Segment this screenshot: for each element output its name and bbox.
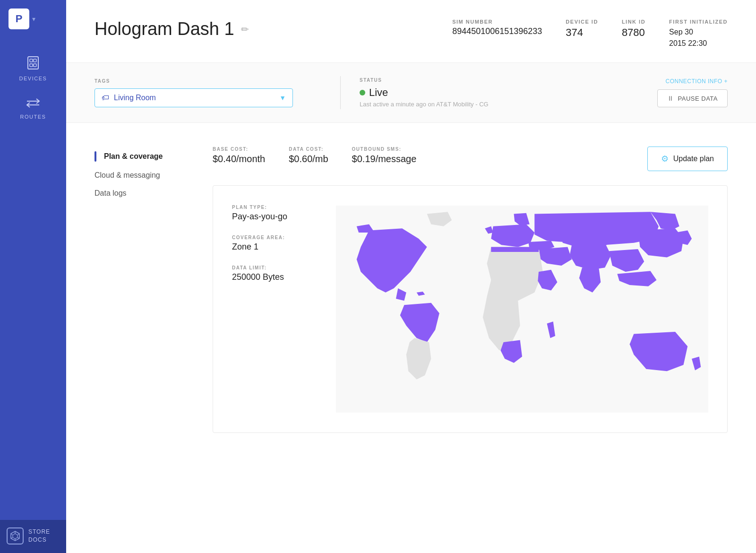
coverage-area-value: Zone 1 <box>232 242 336 252</box>
edit-device-name-icon[interactable]: ✏ <box>241 24 249 35</box>
plan-cost-header: BASE COST: $0.40/month DATA COST: $0.60/… <box>213 147 728 171</box>
pause-btn-label: PAUSE DATA <box>678 95 718 102</box>
base-cost-value: $0.40/month <box>213 154 265 164</box>
nav-plan-coverage-label: Plan & coverage <box>104 152 163 161</box>
plan-type-item: PLAN TYPE: Pay-as-you-go <box>232 205 336 222</box>
device-title: Hologram Dash 1 ✏ <box>94 19 249 39</box>
nav-cloud-messaging[interactable]: Cloud & messaging <box>94 166 189 184</box>
status-label: STATUS <box>360 78 511 83</box>
nav-data-logs-label: Data logs <box>94 189 127 198</box>
svg-rect-0 <box>28 57 38 69</box>
device-id-meta: DEVICE ID 374 <box>566 19 598 39</box>
sim-number-label: SIM NUMBER <box>452 19 542 25</box>
svg-rect-3 <box>30 64 33 67</box>
first-init-label: FIRST INITIALIZED <box>669 19 728 25</box>
tags-block: TAGS 🏷 Living Room ▼ <box>94 78 321 107</box>
link-id-value: 8780 <box>622 26 645 39</box>
sidebar-header: P ▾ <box>0 0 66 38</box>
tag-text: Living Room <box>114 94 156 102</box>
coverage-area-label: COVERAGE AREA: <box>232 235 336 240</box>
base-cost-label: BASE COST: <box>213 147 265 152</box>
data-limit-item: DATA LIMIT: 250000 Bytes <box>232 265 336 282</box>
sms-cost-value: $0.19/message <box>352 154 417 164</box>
update-plan-gear-icon: ⚙ <box>661 154 669 164</box>
svg-rect-4 <box>34 64 36 67</box>
coverage-area-item: COVERAGE AREA: Zone 1 <box>232 235 336 252</box>
vertical-divider <box>340 76 341 109</box>
routes-icon <box>26 96 40 112</box>
plan-type-label: PLAN TYPE: <box>232 205 336 210</box>
data-limit-label: DATA LIMIT: <box>232 265 336 270</box>
status-live-text: Live <box>369 86 388 99</box>
device-header: Hologram Dash 1 ✏ SIM NUMBER 89445010061… <box>66 0 756 63</box>
plan-type-value: Pay-as-you-go <box>232 212 336 222</box>
content-body: Plan & coverage Cloud & messaging Data l… <box>66 123 756 457</box>
svg-rect-2 <box>34 59 36 62</box>
logo-dropdown-icon[interactable]: ▾ <box>32 15 35 23</box>
svg-rect-1 <box>30 59 33 62</box>
sidebar-item-devices-label: DEVICES <box>19 76 47 81</box>
sms-cost-item: OUTBOUND SMS: $0.19/message <box>352 147 417 164</box>
device-name-text: Hologram Dash 1 <box>94 19 234 39</box>
data-limit-value: 250000 Bytes <box>232 272 336 282</box>
update-plan-label: Update plan <box>673 155 714 163</box>
tag-dropdown-icon: ▼ <box>279 94 286 102</box>
main-panel: BASE COST: $0.40/month DATA COST: $0.60/… <box>213 147 728 433</box>
nav-plan-coverage[interactable]: Plan & coverage <box>94 147 189 166</box>
tags-select[interactable]: 🏷 Living Room ▼ <box>94 88 293 107</box>
sidebar-item-routes-label: ROUTES <box>20 114 46 120</box>
device-title-area: Hologram Dash 1 ✏ <box>94 19 249 39</box>
nav-cloud-messaging-label: Cloud & messaging <box>94 171 160 180</box>
status-live-indicator: Live <box>360 86 511 99</box>
nav-data-logs[interactable]: Data logs <box>94 184 189 202</box>
sim-number-meta: SIM NUMBER 8944501006151396233 <box>452 19 542 36</box>
sms-cost-label: OUTBOUND SMS: <box>352 147 417 152</box>
world-map-container <box>336 205 708 414</box>
link-id-meta: LINK ID 8780 <box>622 19 645 39</box>
device-id-label: DEVICE ID <box>566 19 598 25</box>
pause-icon: ⏸ <box>667 95 674 102</box>
status-sub-text: Last active a minute ago on AT&T Mobilit… <box>360 101 511 108</box>
tag-value-display: 🏷 Living Room <box>102 94 156 102</box>
north-africa-coast-path <box>491 247 539 252</box>
devices-icon <box>26 56 40 73</box>
data-cost-value: $0.60/mb <box>289 154 328 164</box>
device-id-value: 374 <box>566 26 598 39</box>
connection-area: CONNECTION INFO + ⏸ PAUSE DATA <box>657 78 728 107</box>
first-init-meta: FIRST INITIALIZED Sep 302015 22:30 <box>669 19 728 49</box>
sidebar-item-devices[interactable]: DEVICES <box>0 47 66 88</box>
connection-info-link[interactable]: CONNECTION INFO + <box>665 78 728 85</box>
header-meta: SIM NUMBER 8944501006151396233 DEVICE ID… <box>452 19 728 49</box>
data-cost-item: DATA COST: $0.60/mb <box>289 147 328 164</box>
store-docs-label: STORE DOCS <box>28 528 50 544</box>
sidebar-store-docs[interactable]: STORE DOCS <box>0 520 66 553</box>
base-cost-item: BASE COST: $0.40/month <box>213 147 265 164</box>
pause-data-button[interactable]: ⏸ PAUSE DATA <box>657 89 728 107</box>
live-dot-icon <box>360 90 365 95</box>
tag-icon: 🏷 <box>102 94 109 102</box>
status-block: STATUS Live Last active a minute ago on … <box>360 78 511 108</box>
main-content: Hologram Dash 1 ✏ SIM NUMBER 89445010061… <box>66 0 756 553</box>
link-id-label: LINK ID <box>622 19 645 25</box>
data-cost-label: DATA COST: <box>289 147 328 152</box>
plan-info: PLAN TYPE: Pay-as-you-go COVERAGE AREA: … <box>232 205 336 414</box>
sim-number-value: 8944501006151396233 <box>452 26 542 36</box>
svg-marker-8 <box>13 534 17 539</box>
sidebar-item-routes[interactable]: ROUTES <box>0 88 66 126</box>
left-navigation: Plan & coverage Cloud & messaging Data l… <box>94 147 189 433</box>
tags-label: TAGS <box>94 78 321 84</box>
sidebar-nav: DEVICES ROUTES <box>0 47 66 126</box>
first-init-value: Sep 302015 22:30 <box>669 26 728 49</box>
store-docs-icon <box>7 527 24 544</box>
tags-status-section: TAGS 🏷 Living Room ▼ STATUS Live Last ac… <box>66 63 756 123</box>
world-map-svg <box>336 205 708 414</box>
sidebar: P ▾ DEVICES <box>0 0 66 553</box>
app-logo[interactable]: P <box>9 9 29 29</box>
update-plan-button[interactable]: ⚙ Update plan <box>647 147 728 171</box>
plan-card: PLAN TYPE: Pay-as-you-go COVERAGE AREA: … <box>213 185 728 433</box>
